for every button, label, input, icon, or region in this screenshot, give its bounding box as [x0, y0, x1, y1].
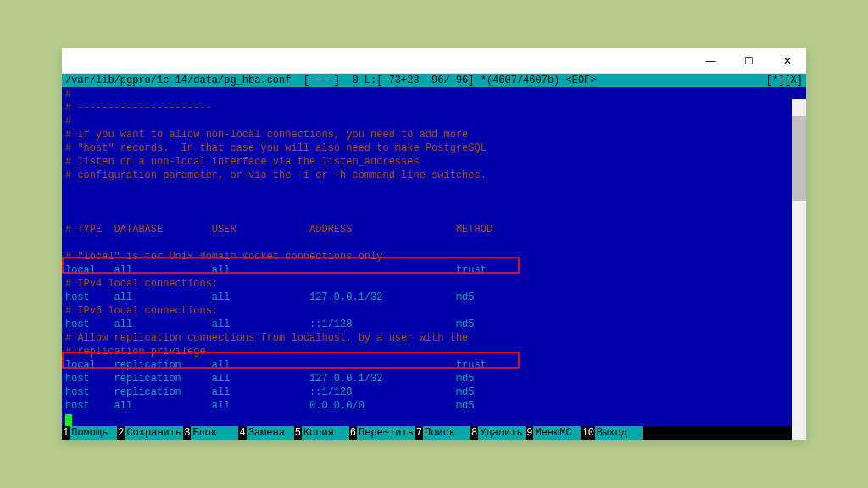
window-controls: — ☐ ✕: [692, 48, 806, 74]
close-button[interactable]: ✕: [768, 48, 806, 74]
vertical-scrollbar[interactable]: [792, 99, 806, 440]
fn-exit[interactable]: 10Выход: [581, 426, 642, 440]
code-line: # IPv4 local connections:: [65, 277, 803, 291]
code-line: [65, 209, 803, 223]
code-line: host replication all ::1/128 md5: [65, 385, 803, 399]
code-line: # Allow replication connections from loc…: [65, 331, 803, 345]
scrollbar-thumb[interactable]: [792, 116, 806, 201]
terminal-editor[interactable]: /var/lib/pgpro/1c-14/data/pg_hba.conf [-…: [62, 74, 806, 440]
status-path: /var/lib/pgpro/1c-14/data/pg_hba.conf [-…: [65, 74, 766, 87]
code-line: host all all 0.0.0.0/0 md5: [65, 399, 803, 413]
code-line: host all all ::1/128 md5: [65, 318, 803, 331]
cursor-line: [65, 413, 803, 426]
fn-block[interactable]: 3Блок: [183, 426, 238, 440]
code-line: local all all trust: [65, 263, 803, 277]
code-line: # IPv6 local connections:: [65, 304, 803, 318]
fn-move[interactable]: 6Пере~тить: [349, 426, 415, 440]
status-indicators: [*][X]: [766, 74, 803, 87]
editor-content[interactable]: # # ---------------------- # # If you wa…: [62, 87, 806, 426]
fn-save[interactable]: 2Сохранить: [117, 426, 183, 440]
code-line: local replication all trust: [65, 358, 803, 372]
minimize-button[interactable]: —: [692, 48, 730, 74]
cursor-icon: [65, 414, 72, 426]
code-line: # TYPE DATABASE USER ADDRESS METHOD: [65, 223, 803, 236]
code-line: # replication privilege.: [65, 345, 803, 358]
code-line: # ----------------------: [65, 101, 803, 114]
code-line: # If you want to allow non-local connect…: [65, 128, 803, 141]
code-line: host all all 127.0.0.1/32 md5: [65, 291, 803, 304]
code-line: # configuration parameter, or via the -i…: [65, 169, 803, 182]
fn-search[interactable]: 7Поиск: [415, 426, 470, 440]
maximize-button[interactable]: ☐: [730, 48, 768, 74]
titlebar[interactable]: — ☐ ✕: [62, 48, 806, 74]
code-line: # listen on a non-local interface via th…: [65, 155, 803, 169]
editor-status-bar: /var/lib/pgpro/1c-14/data/pg_hba.conf [-…: [62, 74, 806, 87]
code-line: [65, 236, 803, 250]
fn-delete[interactable]: 8Удалить: [470, 426, 526, 440]
code-line: # "local" is for Unix domain socket conn…: [65, 250, 803, 263]
code-line: #: [65, 114, 803, 128]
code-line: #: [65, 87, 803, 101]
application-window: — ☐ ✕ /var/lib/pgpro/1c-14/data/pg_hba.c…: [62, 48, 806, 440]
code-line: host replication all 127.0.0.1/32 md5: [65, 372, 803, 385]
code-line: [65, 196, 803, 209]
fn-help[interactable]: 1Помощь: [62, 426, 117, 440]
code-line: [65, 182, 803, 196]
function-key-bar: 1Помощь 2Сохранить 3Блок 4Замена 5Копия …: [62, 426, 806, 440]
fn-menu[interactable]: 9МенюMC: [526, 426, 581, 440]
fn-replace[interactable]: 4Замена: [238, 426, 293, 440]
fn-copy[interactable]: 5Копия: [294, 426, 349, 440]
code-line: # "host" records. In that case you will …: [65, 141, 803, 155]
